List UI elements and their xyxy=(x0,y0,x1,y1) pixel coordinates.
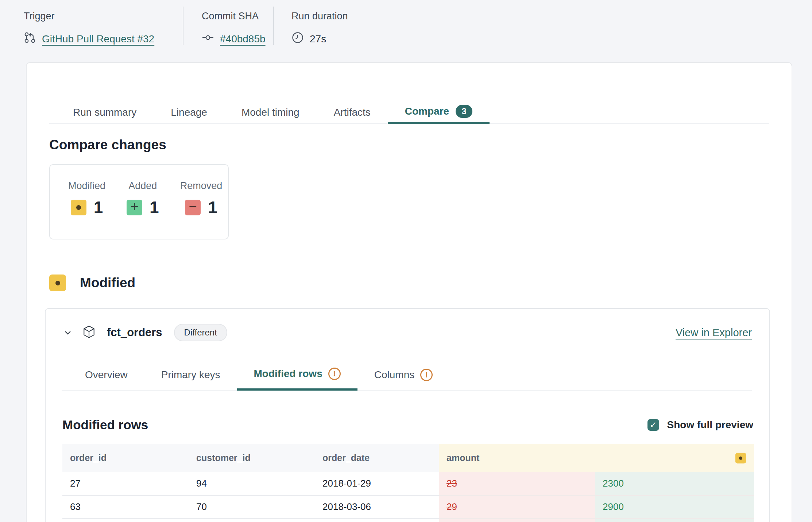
added-stat: Added + 1 xyxy=(127,180,159,239)
modified-stat: Modified 1 xyxy=(68,180,105,239)
commit-stat: Commit SHA #40bd85b xyxy=(183,5,273,46)
show-full-preview-label: Show full preview xyxy=(667,419,753,431)
modified-rows-header: Modified rows ✓ Show full preview xyxy=(62,418,753,432)
status-badge: Different xyxy=(174,324,227,341)
commit-sha-label: Commit SHA xyxy=(202,5,273,22)
modified-icon xyxy=(71,200,86,215)
removed-stat: Removed − 1 xyxy=(180,180,223,239)
compare-summary-card: Modified 1 Added + 1 Removed − 1 xyxy=(49,164,229,239)
modified-section-title: Modified xyxy=(80,275,135,291)
column-header-order-date: order_date xyxy=(315,444,439,472)
run-duration-label: Run duration xyxy=(291,5,348,22)
run-tabs: Run summary Lineage Model timing Artifac… xyxy=(49,101,769,124)
table-cell: 27 xyxy=(62,472,189,495)
trigger-label: Trigger xyxy=(24,5,183,22)
run-header-stats: Trigger GitHub Pull Request #32 Commit S… xyxy=(24,5,348,46)
modified-stat-label: Modified xyxy=(68,180,105,192)
table-cell: 70 xyxy=(189,495,315,518)
tab-artifacts[interactable]: Artifacts xyxy=(317,101,388,124)
table-cell xyxy=(62,518,189,522)
tab-model-timing[interactable]: Model timing xyxy=(224,101,317,124)
added-count: 1 xyxy=(150,197,159,217)
column-header-amount: amount xyxy=(439,444,754,472)
table-cell: 2018-01-29 xyxy=(315,472,439,495)
model-card-header: fct_orders Different View in Explorer xyxy=(46,309,769,345)
table-cell xyxy=(189,518,315,522)
model-tabs: Overview Primary keys Modified rows ! Co… xyxy=(62,359,752,391)
modified-count: 1 xyxy=(94,197,103,217)
model-cube-icon xyxy=(82,325,96,340)
table-cell-new-value: 2900 xyxy=(595,495,754,518)
run-duration-value: 27s xyxy=(310,33,326,45)
tab-label: Compare xyxy=(405,105,449,117)
tab-label: Columns xyxy=(374,369,414,381)
warning-icon: ! xyxy=(420,369,433,381)
tab-columns[interactable]: Columns ! xyxy=(357,359,449,391)
commit-sha-link[interactable]: #40bd85b xyxy=(220,33,266,45)
table-cell: 63 xyxy=(62,495,189,518)
tab-modified-rows[interactable]: Modified rows ! xyxy=(237,359,357,391)
modified-rows-table: order_id customer_id order_date amount 2… xyxy=(62,444,753,522)
tab-run-summary[interactable]: Run summary xyxy=(56,101,154,124)
chevron-down-icon[interactable] xyxy=(63,328,73,337)
removed-icon: − xyxy=(185,200,201,215)
trigger-link[interactable]: GitHub Pull Request #32 xyxy=(42,33,154,45)
warning-icon: ! xyxy=(328,368,341,380)
modified-section-header: Modified xyxy=(49,275,769,291)
tab-lineage[interactable]: Lineage xyxy=(154,101,224,124)
table-cell-old-value: 29 xyxy=(439,495,595,518)
column-header-label: amount xyxy=(446,453,479,463)
run-detail-card: Run summary Lineage Model timing Artifac… xyxy=(26,62,792,522)
column-header-order-id: order_id xyxy=(62,444,189,472)
tab-label: Model timing xyxy=(241,107,299,118)
table-cell-old-value xyxy=(439,518,595,522)
tab-compare[interactable]: Compare 3 xyxy=(388,101,490,124)
model-name: fct_orders xyxy=(107,326,162,339)
tab-overview[interactable]: Overview xyxy=(68,359,144,391)
trigger-stat: Trigger GitHub Pull Request #32 xyxy=(24,5,183,46)
tab-primary-keys[interactable]: Primary keys xyxy=(144,359,237,391)
tab-label: Run summary xyxy=(73,107,136,118)
table-cell-old-value: 23 xyxy=(439,472,595,495)
pull-request-icon xyxy=(24,31,36,46)
commit-icon xyxy=(202,31,214,46)
view-in-explorer-link[interactable]: View in Explorer xyxy=(676,327,752,339)
removed-count: 1 xyxy=(208,197,217,217)
tab-label: Primary keys xyxy=(161,369,220,381)
table-cell: 94 xyxy=(189,472,315,495)
tab-label: Artifacts xyxy=(334,107,371,118)
tab-label: Overview xyxy=(85,369,128,381)
model-compare-card: fct_orders Different View in Explorer Ov… xyxy=(45,308,770,522)
compare-changes-title: Compare changes xyxy=(49,137,769,153)
column-header-customer-id: customer_id xyxy=(189,444,315,472)
show-full-preview-toggle[interactable]: ✓ Show full preview xyxy=(647,419,753,431)
table-cell-new-value xyxy=(595,518,754,522)
modified-icon xyxy=(49,275,66,291)
modified-rows-title: Modified rows xyxy=(62,418,148,432)
run-duration-stat: Run duration 27s xyxy=(274,5,348,46)
checkbox-checked-icon[interactable]: ✓ xyxy=(647,419,659,431)
added-stat-label: Added xyxy=(128,180,157,192)
removed-stat-label: Removed xyxy=(180,180,223,192)
added-icon: + xyxy=(127,200,142,215)
table-cell-new-value: 2300 xyxy=(595,472,754,495)
table-cell xyxy=(315,518,439,522)
tab-label: Modified rows xyxy=(254,368,322,380)
table-cell: 2018-03-06 xyxy=(315,495,439,518)
compare-count-badge: 3 xyxy=(456,105,472,118)
modified-column-icon xyxy=(735,453,746,463)
tab-label: Lineage xyxy=(171,107,207,118)
clock-icon xyxy=(291,31,304,46)
